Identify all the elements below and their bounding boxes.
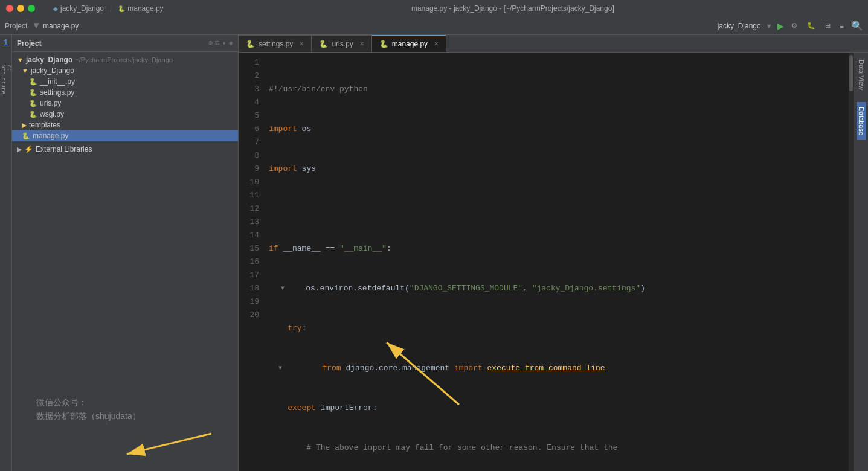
right-panel-strip: Data View Database (854, 53, 868, 471)
search-button[interactable]: 🔍 (851, 20, 863, 31)
panel-tool-collapse[interactable]: ⊞ (215, 39, 219, 48)
tree-ext-libs[interactable]: ▶ ⚡ External Libraries (12, 144, 238, 155)
titlebar: ◆ jacky_Django | 🐍 manage.py manage.py -… (0, 0, 868, 17)
editor-tabs: 🐍 settings.py ✕ 🐍 urls.py ✕ 🐍 manage.py … (239, 35, 868, 53)
titlebar-title: manage.py - jacky_Django - [~/PycharmPro… (164, 4, 862, 13)
coverage-button[interactable]: ⊞ (823, 21, 833, 31)
panel-tool-settings[interactable]: ✦ (222, 39, 227, 48)
database-panel[interactable]: Database (857, 102, 866, 140)
scrollbar-thumb (849, 55, 853, 91)
toolbar-right: jacky_Django ▼ ▶ ⚙ 🐛 ⊞ ≡ 🔍 (718, 20, 863, 31)
file-panel-header: Project ⊕ ⊞ ✦ ◈ (12, 35, 238, 52)
maximize-button[interactable] (28, 5, 35, 12)
main-layout: 1 Z: Structure Project ⊕ ⊞ ✦ ◈ ▼ jacky_D… (0, 35, 868, 471)
minimize-button[interactable] (17, 5, 24, 12)
run-button[interactable]: ▶ (777, 21, 784, 31)
tree-urls[interactable]: 🐍 urls.py (12, 98, 238, 109)
structure-panel-toggle[interactable]: Z: Structure (1, 74, 11, 85)
build-button[interactable]: ⚙ (789, 21, 800, 31)
toolbar-file: manage.py (43, 22, 79, 30)
toolbar-project: Project (5, 22, 27, 30)
panel-tools: ⊕ ⊞ ✦ ◈ (208, 39, 233, 48)
editor-scrollbar[interactable] (849, 53, 854, 471)
file-panel: Project ⊕ ⊞ ✦ ◈ ▼ jacky_Django ~/Pycharm… (12, 35, 239, 471)
tree-init[interactable]: 🐍 __init__.py (12, 76, 238, 87)
tab-urls[interactable]: 🐍 urls.py ✕ (312, 35, 371, 52)
code-editor[interactable]: 12345 678910 1112131415 1617181920 #!/us… (239, 53, 849, 471)
tree-jacky-django[interactable]: ▼ jacky_Django (12, 65, 238, 76)
tab-manage[interactable]: 🐍 manage.py ✕ (372, 35, 446, 52)
tree-wsgi[interactable]: 🐍 wsgi.py (12, 109, 238, 120)
profile-button[interactable]: ≡ (838, 21, 846, 31)
editor-area: 12345 678910 1112131415 1617181920 #!/us… (239, 53, 868, 471)
close-button[interactable] (6, 5, 13, 12)
top-toolbar: Project ▼ manage.py jacky_Django ▼ ▶ ⚙ 🐛… (0, 17, 868, 35)
tree-settings[interactable]: 🐍 settings.py (12, 87, 238, 98)
panel-tool-expand[interactable]: ◈ (229, 39, 233, 48)
project-panel-toggle[interactable]: 1 (1, 37, 11, 48)
traffic-lights (6, 5, 35, 12)
debug-button[interactable]: 🐛 (805, 21, 818, 31)
titlebar-tab-project[interactable]: ◆ jacky_Django (53, 4, 104, 13)
watermark: 微信公众号： 数据分析部落（shujudata） (36, 396, 141, 423)
left-strip: 1 Z: Structure (0, 35, 12, 471)
file-panel-title: Project (17, 39, 42, 48)
panel-tool-sync[interactable]: ⊕ (208, 39, 213, 48)
code-content: #!/usr/bin/env python import os import s… (264, 53, 849, 471)
tree-templates[interactable]: ▶ templates (12, 120, 238, 130)
line-numbers: 12345 678910 1112131415 1617181920 (239, 53, 264, 471)
data-view-panel[interactable]: Data View (857, 55, 866, 95)
tab-settings[interactable]: 🐍 settings.py ✕ (239, 35, 312, 52)
titlebar-tab-file[interactable]: 🐍 manage.py (118, 4, 163, 13)
project-name: jacky_Django (718, 22, 761, 30)
tree-manage[interactable]: 🐍 manage.py (12, 130, 238, 141)
right-side: 🐍 settings.py ✕ 🐍 urls.py ✕ 🐍 manage.py … (239, 35, 868, 471)
tree-root[interactable]: ▼ jacky_Django ~/PycharmProjects/jacky_D… (12, 54, 238, 65)
